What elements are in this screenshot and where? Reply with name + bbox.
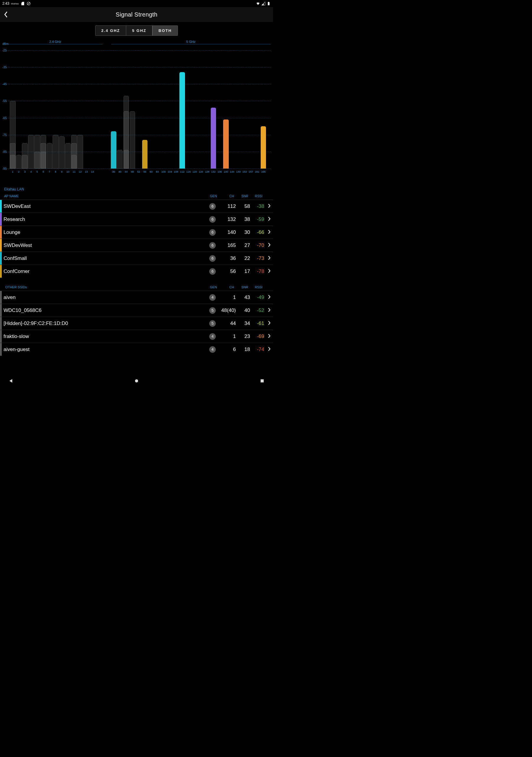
ghost-bar [130,111,135,168]
segment-5ghz[interactable]: 5 GHZ [126,26,153,36]
snr-value: 23 [236,334,250,340]
x-tick: 124 [199,170,203,173]
ap-row[interactable]: [Hidden]-02:9F:C2:FE:1D:D0 5 44 34 -61 [0,317,273,330]
chevron-right-icon [264,294,271,300]
ap-row[interactable]: aiven-guest 4 6 18 -74 [0,343,273,356]
snr-value: 18 [236,347,250,352]
section-header-ekahau: Ekahau LAN [0,185,273,193]
ghost-bar [10,155,16,168]
x-tick: 40 [119,170,122,173]
x-tick: 157 [249,170,253,173]
ghost-bar [71,155,77,168]
x-tick: 6 [43,170,44,173]
x-tick: 120 [192,170,197,173]
segment-24ghz[interactable]: 2.4 GHZ [96,26,126,36]
chevron-right-icon [264,229,271,235]
signal-chart: dBm 2.4 GHz 5 GHz -25-35-45-55-65-75-85-… [0,38,273,178]
y-tick: -95 [2,167,7,170]
rssi-value: -49 [250,294,264,300]
ap-row[interactable]: Research 6 132 38 -59 [0,213,273,226]
ap-name: [Hidden]-02:9F:C2:FE:1D:D0 [2,320,206,326]
rssi-value: -78 [250,268,264,274]
cell-signal-icon [261,1,265,6]
ghost-bar [65,143,71,168]
channel-value: 140 [219,229,236,235]
signal-bar [179,72,185,168]
channel-value: 44 [219,320,236,326]
ghost-bar [28,135,34,168]
channel-value: 165 [219,242,236,248]
other-ssids-section: OTHER SSIDs GEN CH SNR RSSI aiven 4 1 43… [0,284,273,356]
band-label-5: 5 GHz [111,40,271,45]
ap-name: WDC10_0568C6 [2,308,206,314]
gen-badge: 4 [209,333,216,340]
rssi-value: -52 [250,308,264,314]
gen-badge: 6 [209,268,216,275]
nav-home[interactable] [134,378,139,385]
ap-row[interactable]: Lounge 6 140 30 -66 [0,226,273,239]
ap-row[interactable]: aiven 4 1 43 -49 [0,291,273,304]
svg-rect-5 [261,379,264,383]
channel-value: 112 [219,203,236,209]
x-tick: 3 [24,170,26,173]
ap-row[interactable]: SWDevWest 6 165 27 -70 [0,239,273,252]
x-tick: 104 [167,170,172,173]
chevron-right-icon [264,334,271,340]
ap-row[interactable]: fraktio-slow 4 1 23 -69 [0,330,273,343]
x-tick: 44 [125,170,128,173]
y-tick: -65 [2,116,7,120]
ap-name: ConfCorner [2,268,206,274]
x-tick: 11 [73,170,75,173]
x-tick: 161 [255,170,259,173]
ghost-bar [77,135,83,168]
segment-both[interactable]: BOTH [152,25,178,36]
x-tick: 2 [18,170,19,173]
gen-badge: 6 [209,216,216,223]
gen-badge: 5 [209,320,216,327]
x-tick: 60 [150,170,153,173]
ap-row[interactable]: SWDevEast 6 112 58 -38 [0,199,273,213]
y-tick: -45 [2,82,7,86]
nav-back[interactable] [8,378,14,385]
svg-line-1 [27,3,30,5]
gen-badge: 5 [209,307,216,314]
ap-row[interactable]: ConfSmall 6 36 22 -73 [0,252,273,265]
snr-value: 30 [236,229,250,235]
status-app-label: ekahau [11,2,18,5]
x-tick: 108 [174,170,178,173]
svg-point-4 [135,379,138,383]
column-headers: AP NAME GEN CH SNR RSSI [0,193,273,199]
y-tick: -35 [2,66,7,69]
x-tick: 149 [236,170,241,173]
ap-row[interactable]: WDC10_0568C6 5 48(40) 40 -52 [0,304,273,317]
y-axis-label: dBm [2,42,9,45]
x-tick: 4 [30,170,32,173]
gen-badge: 4 [209,346,216,353]
chevron-right-icon [264,217,271,222]
chevron-right-icon [264,308,271,314]
gen-badge: 6 [209,229,216,236]
ap-name: aiven-guest [2,347,206,352]
snr-value: 27 [236,242,250,248]
snr-value: 34 [236,320,250,326]
gen-badge: 6 [209,242,216,249]
chevron-right-icon [264,256,271,261]
battery-icon [267,1,271,6]
nav-recent[interactable] [259,378,265,385]
gen-badge: 6 [209,255,216,262]
x-tick: 7 [49,170,50,173]
ap-row[interactable]: ConfCorner 6 56 17 -78 [0,265,273,278]
signal-bar [211,107,216,168]
snr-value: 38 [236,217,250,222]
x-tick: 64 [156,170,159,173]
snr-value: 58 [236,203,250,209]
band-label-24: 2.4 GHz [8,40,102,45]
band-segment-wrap: 2.4 GHZ 5 GHZ BOTH [0,22,273,38]
channel-value: 56 [219,268,236,274]
ekahau-lan-section: Ekahau LAN AP NAME GEN CH SNR RSSI SWDev… [0,185,273,278]
ap-name: Lounge [2,229,206,235]
column-headers-other: OTHER SSIDs GEN CH SNR RSSI [0,284,273,291]
x-tick: 13 [85,170,88,173]
x-tick: 52 [137,170,140,173]
rssi-value: -69 [250,334,264,340]
